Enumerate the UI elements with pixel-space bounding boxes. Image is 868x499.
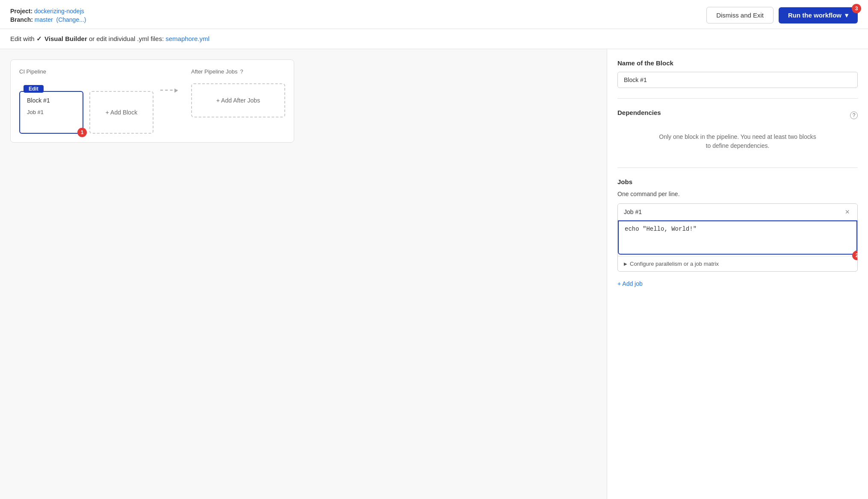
section-connector — [160, 90, 177, 91]
pipeline-container: CI Pipeline Edit Block #1 Job #1 1 + Add… — [10, 59, 294, 143]
add-after-jobs-button[interactable]: + Add After Jobs — [191, 83, 285, 117]
main-layout: CI Pipeline Edit Block #1 Job #1 1 + Add… — [0, 49, 868, 499]
block-badge: 1 — [77, 128, 87, 137]
branch-link[interactable]: master — [35, 16, 53, 23]
block-wrapper: Edit Block #1 Job #1 1 — [19, 91, 83, 134]
parallelism-row[interactable]: ▶ Configure parallelism or a job matrix — [618, 256, 857, 271]
job-commands-textarea[interactable]: echo "Hello, World!" — [618, 220, 857, 255]
job-card: Job #1 × echo "Hello, World!" 2 ▶ Config… — [617, 203, 858, 272]
project-meta: Project: dockerizing-nodejs — [10, 8, 86, 15]
block-card[interactable]: Block #1 Job #1 1 — [19, 91, 83, 134]
dashed-arrow — [160, 90, 177, 91]
pipeline-left: CI Pipeline Edit Block #1 Job #1 1 + Add… — [19, 68, 154, 134]
divider-2 — [617, 167, 858, 168]
visual-builder-label: Visual Builder — [44, 35, 87, 42]
block-name-section-label: Name of the Block — [617, 59, 858, 67]
dependencies-label: Dependencies — [617, 109, 661, 116]
edit-badge[interactable]: Edit — [24, 85, 44, 93]
branch-meta: Branch: master (Change...) — [10, 16, 86, 23]
header-actions: Dismiss and Exit Run the workflow ▾ 3 — [706, 7, 858, 23]
run-workflow-arrow: ▾ — [845, 12, 848, 19]
parallelism-triangle: ▶ — [624, 261, 627, 266]
dependencies-header: Dependencies ? — [617, 109, 858, 121]
block-card-job: Job #1 — [27, 109, 76, 115]
edit-bar-prefix: Edit with — [10, 35, 35, 42]
branch-change-link[interactable]: (Change...) — [56, 16, 86, 23]
dep-info-line2: to define dependencies. — [706, 142, 770, 149]
block-name-input[interactable] — [617, 72, 858, 88]
header: Project: dockerizing-nodejs Branch: mast… — [0, 0, 868, 29]
jobs-section-label: Jobs — [617, 178, 858, 185]
dependencies-help-button[interactable]: ? — [850, 112, 858, 119]
edit-bar-checkmark: ✓ — [36, 35, 42, 42]
block-card-name: Block #1 — [27, 97, 76, 104]
project-label: Project: — [10, 8, 32, 15]
header-left: Project: dockerizing-nodejs Branch: mast… — [10, 8, 86, 23]
divider-1 — [617, 98, 858, 99]
job-card-header: Job #1 × — [618, 204, 857, 220]
after-pipeline-label: After Pipeline Jobs — [191, 68, 237, 75]
after-pipeline-title: After Pipeline Jobs ? — [191, 68, 285, 75]
job-close-button[interactable]: × — [843, 208, 851, 216]
parallelism-label: Configure parallelism or a job matrix — [630, 261, 719, 267]
after-pipeline-help-icon[interactable]: ? — [240, 68, 243, 75]
jobs-section: Jobs One command per line. Job #1 × echo… — [617, 178, 858, 287]
jobs-description: One command per line. — [617, 191, 858, 197]
pipeline-canvas: CI Pipeline Edit Block #1 Job #1 1 + Add… — [0, 49, 607, 499]
add-job-link[interactable]: + Add job — [617, 280, 643, 287]
edit-bar: Edit with ✓ Visual Builder or edit indiv… — [0, 29, 868, 49]
after-pipeline-section: After Pipeline Jobs ? + Add After Jobs — [191, 68, 285, 117]
job-textarea-wrapper: echo "Hello, World!" 2 — [618, 220, 857, 256]
branch-label: Branch: — [10, 16, 33, 23]
dep-info-line1: Only one block in the pipeline. You need… — [659, 133, 816, 140]
semaphore-yml-link[interactable]: semaphore.yml — [165, 35, 210, 42]
run-workflow-badge: 3 — [852, 4, 861, 13]
run-workflow-button[interactable]: Run the workflow ▾ 3 — [779, 7, 858, 23]
dismiss-button[interactable]: Dismiss and Exit — [706, 7, 774, 23]
dependencies-info: Only one block in the pipeline. You need… — [617, 126, 858, 157]
edit-bar-middle: or edit individual .yml files: — [89, 35, 164, 42]
right-panel: Name of the Block Dependencies ? Only on… — [607, 49, 868, 499]
job-card-name: Job #1 — [624, 208, 642, 215]
run-workflow-label: Run the workflow — [788, 12, 841, 19]
add-block-button[interactable]: + Add Block — [89, 91, 154, 134]
blocks-row: Edit Block #1 Job #1 1 + Add Block — [19, 91, 154, 134]
project-link[interactable]: dockerizing-nodejs — [34, 8, 84, 15]
pipeline-title: CI Pipeline — [19, 68, 154, 75]
